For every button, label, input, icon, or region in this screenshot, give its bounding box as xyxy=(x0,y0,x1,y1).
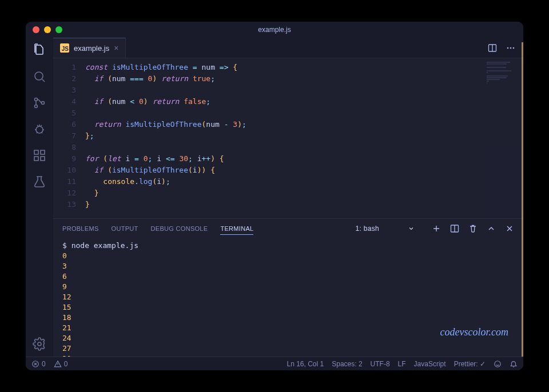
svg-rect-6 xyxy=(34,157,38,161)
status-encoding[interactable]: UTF-8 xyxy=(371,360,390,368)
more-actions-icon[interactable] xyxy=(506,43,515,53)
svg-point-16 xyxy=(495,361,501,367)
traffic-lights xyxy=(26,26,62,33)
panel-tab-problems[interactable]: PROBLEMS xyxy=(62,223,99,234)
close-panel-icon[interactable] xyxy=(505,224,514,233)
svg-point-2 xyxy=(35,105,38,108)
status-formatter[interactable]: Prettier: ✓ xyxy=(454,360,486,368)
svg-point-11 xyxy=(507,47,509,49)
svg-point-0 xyxy=(35,72,43,80)
svg-point-1 xyxy=(35,98,38,101)
panel-tab-debug[interactable]: DEBUG CONSOLE xyxy=(151,223,208,234)
chevron-up-icon[interactable] xyxy=(487,224,496,233)
close-window-button[interactable] xyxy=(33,26,39,33)
new-terminal-icon[interactable] xyxy=(432,224,441,233)
status-cursor-position[interactable]: Ln 16, Col 1 xyxy=(287,360,324,368)
code-content[interactable]: const isMultipleOfThree = num => { if (n… xyxy=(85,58,483,218)
activity-bar xyxy=(26,38,53,357)
editor[interactable]: 1 2 3 4 5 6 7 8 9 10 11 12 13 const isMu… xyxy=(53,58,523,218)
main-area: JS example.js × 1 2 3 4 5 6 7 8 9 10 11 … xyxy=(53,38,523,357)
minimize-window-button[interactable] xyxy=(44,26,51,33)
svg-point-13 xyxy=(513,47,515,49)
tab-example-js[interactable]: JS example.js × xyxy=(53,38,126,58)
testing-icon[interactable] xyxy=(33,175,46,189)
panel-tab-terminal[interactable]: TERMINAL xyxy=(220,223,253,235)
status-language[interactable]: JavaScript xyxy=(414,360,446,368)
terminal-select[interactable]: 1: bash xyxy=(351,222,419,235)
svg-rect-5 xyxy=(34,150,38,154)
extensions-icon[interactable] xyxy=(33,149,46,162)
editor-tabs: JS example.js × xyxy=(53,38,523,58)
svg-point-12 xyxy=(510,47,512,49)
bottom-panel: PROBLEMS OUTPUT DEBUG CONSOLE TERMINAL 1… xyxy=(53,218,523,357)
status-feedback-icon[interactable] xyxy=(494,360,502,368)
svg-point-9 xyxy=(38,342,41,346)
status-warnings[interactable]: 0 xyxy=(54,360,68,368)
status-bar: 0 0 Ln 16, Col 1 Spaces: 2 UTF-8 LF Java… xyxy=(26,357,523,370)
tab-label: example.js xyxy=(74,44,109,53)
window-body: JS example.js × 1 2 3 4 5 6 7 8 9 10 11 … xyxy=(26,38,523,357)
status-eol[interactable]: LF xyxy=(398,360,406,368)
vscode-window: example.js xyxy=(26,22,523,370)
overview-ruler xyxy=(522,42,523,357)
error-icon xyxy=(31,360,39,368)
panel-tab-output[interactable]: OUTPUT xyxy=(112,223,138,234)
source-control-icon[interactable] xyxy=(33,96,46,110)
settings-gear-icon[interactable] xyxy=(33,337,46,351)
split-editor-icon[interactable] xyxy=(488,43,497,53)
window-title: example.js xyxy=(26,26,523,34)
status-errors[interactable]: 0 xyxy=(31,360,46,368)
line-gutter: 1 2 3 4 5 6 7 8 9 10 11 12 13 xyxy=(53,58,85,218)
terminal-select-label: 1: bash xyxy=(356,225,379,233)
tab-close-icon[interactable]: × xyxy=(114,43,118,53)
panel-actions xyxy=(432,224,514,233)
debug-icon[interactable] xyxy=(33,122,46,136)
trash-icon[interactable] xyxy=(468,224,478,233)
split-terminal-icon[interactable] xyxy=(450,224,459,233)
panel-tabs: PROBLEMS OUTPUT DEBUG CONSOLE TERMINAL 1… xyxy=(53,219,523,238)
svg-rect-8 xyxy=(41,150,45,154)
search-icon[interactable] xyxy=(33,70,46,83)
editor-actions xyxy=(480,38,523,58)
warning-icon xyxy=(54,360,62,368)
svg-rect-7 xyxy=(41,157,45,161)
status-bell-icon[interactable] xyxy=(510,360,518,368)
maximize-window-button[interactable] xyxy=(55,26,62,33)
svg-point-3 xyxy=(42,102,45,105)
terminal-content[interactable]: $ node example.js036912151821242730$ xyxy=(53,238,523,357)
titlebar: example.js xyxy=(26,22,523,38)
status-indentation[interactable]: Spaces: 2 xyxy=(332,360,362,368)
explorer-icon[interactable] xyxy=(33,43,46,57)
js-file-icon: JS xyxy=(60,43,69,53)
minimap[interactable] xyxy=(483,58,523,218)
chevron-down-icon xyxy=(408,225,415,232)
